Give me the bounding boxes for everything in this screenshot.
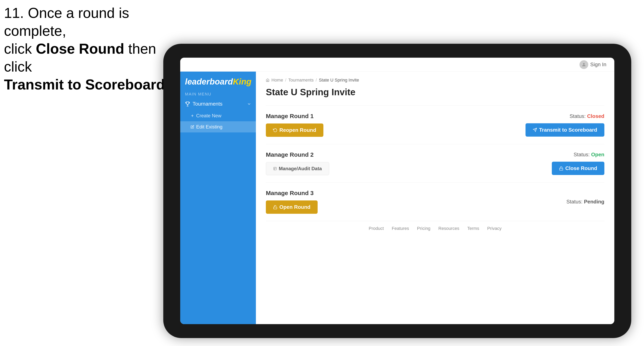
sidebar-item-tournaments[interactable]: Tournaments: [180, 98, 256, 110]
footer-terms[interactable]: Terms: [467, 226, 479, 231]
reopen-icon: [273, 128, 278, 133]
round-1-status-value: Closed: [587, 113, 604, 119]
round-1-section: Manage Round 1 Reopen Round Status: Clos…: [266, 105, 604, 144]
instruction-bold2: Transmit to Scoreboard.: [4, 77, 169, 92]
breadcrumb-sep2: /: [316, 78, 317, 83]
round-1-title: Manage Round 1: [266, 113, 324, 120]
breadcrumb-home[interactable]: Home: [272, 78, 283, 83]
sidebar: leaderboardKing MAIN MENU Tournaments: [180, 72, 256, 324]
instruction-bold1: Close Round: [36, 41, 124, 57]
transmit-scoreboard-button[interactable]: Transmit to Scoreboard: [526, 123, 604, 137]
breadcrumb-sep1: /: [285, 78, 286, 83]
instruction-line2: click: [4, 41, 36, 57]
tablet-screen: Sign In leaderboardKing MAIN MENU: [180, 58, 614, 324]
round-2-right: Status: Open Close Round: [552, 152, 604, 175]
footer: Product Features Pricing Resources Terms…: [266, 221, 604, 236]
manage-icon: [273, 167, 277, 171]
top-bar: Sign In: [180, 58, 614, 72]
round-2-status-value: Open: [591, 152, 604, 158]
footer-privacy[interactable]: Privacy: [487, 226, 502, 231]
round-2-section: Manage Round 2 Manage/Audit Data: [266, 144, 604, 182]
round-3-section: Manage Round 3 Open Round Status: Pendin…: [266, 182, 604, 221]
chevron-down-icon: [247, 102, 251, 106]
round-1-status: Status: Closed: [570, 113, 604, 119]
home-icon: [266, 78, 270, 82]
lock-icon: [559, 166, 563, 171]
svg-rect-9: [274, 207, 277, 209]
edit-icon: [190, 125, 194, 129]
close-round-label: Close Round: [565, 165, 597, 172]
instruction-line1: 11. Once a round is complete,: [4, 5, 129, 39]
main-menu-label: MAIN MENU: [180, 90, 256, 98]
round-1-right: Status: Closed Transmit to Scoreboard: [526, 113, 604, 137]
round-3-left: Manage Round 3 Open Round: [266, 190, 318, 214]
sign-in-button[interactable]: Sign In: [580, 60, 606, 69]
logo: leaderboardKing: [185, 78, 251, 86]
manage-audit-label: Manage/Audit Data: [279, 166, 322, 172]
main-content: Home / Tournaments / State U Spring Invi…: [256, 72, 614, 324]
avatar-icon: [580, 60, 588, 69]
create-new-label: Create New: [196, 113, 222, 119]
round-2-left: Manage Round 2 Manage/Audit Data: [266, 151, 329, 175]
round-2-title: Manage Round 2: [266, 151, 329, 158]
open-round-icon: [273, 205, 278, 209]
round-2-status: Status: Open: [574, 152, 604, 158]
breadcrumb-current: State U Spring Invite: [319, 78, 359, 83]
transmit-icon: [533, 128, 537, 132]
close-round-button[interactable]: Close Round: [552, 162, 604, 175]
round-3-title: Manage Round 3: [266, 190, 318, 196]
round-3-right: Status: Pending: [566, 199, 604, 205]
logo-area: leaderboardKing: [180, 72, 256, 90]
plus-icon: [190, 114, 194, 118]
reopen-round-button[interactable]: Reopen Round: [266, 124, 324, 137]
reopen-round-label: Reopen Round: [280, 127, 316, 133]
manage-audit-button[interactable]: Manage/Audit Data: [266, 162, 329, 175]
sidebar-create-new[interactable]: Create New: [180, 110, 256, 121]
sidebar-edit-existing[interactable]: Edit Existing: [180, 121, 256, 133]
svg-rect-8: [559, 168, 563, 170]
logo-king: King: [233, 77, 251, 86]
footer-resources[interactable]: Resources: [438, 226, 459, 231]
sign-in-label: Sign In: [590, 61, 606, 68]
round-3-status-value: Pending: [584, 199, 604, 205]
open-round-button[interactable]: Open Round: [266, 200, 318, 214]
page-title: State U Spring Invite: [266, 87, 604, 97]
tournaments-label: Tournaments: [192, 101, 222, 107]
trophy-icon: [185, 101, 190, 107]
edit-existing-label: Edit Existing: [196, 124, 222, 130]
footer-pricing[interactable]: Pricing: [417, 226, 430, 231]
footer-product[interactable]: Product: [368, 226, 384, 231]
breadcrumb: Home / Tournaments / State U Spring Invi…: [266, 78, 604, 83]
transmit-scoreboard-label: Transmit to Scoreboard: [539, 127, 597, 133]
open-round-label: Open Round: [280, 204, 310, 210]
footer-features[interactable]: Features: [392, 226, 409, 231]
instruction-block: 11. Once a round is complete, click Clos…: [4, 4, 183, 93]
breadcrumb-tournaments[interactable]: Tournaments: [288, 78, 314, 83]
app-layout: leaderboardKing MAIN MENU Tournaments: [180, 72, 614, 324]
svg-rect-5: [274, 167, 276, 170]
round-3-status: Status: Pending: [566, 199, 604, 205]
logo-leaderboard: leaderboard: [185, 77, 233, 86]
round-1-left: Manage Round 1 Reopen Round: [266, 113, 324, 137]
tablet-device: Sign In leaderboardKing MAIN MENU: [163, 44, 631, 338]
svg-point-2: [583, 63, 585, 65]
